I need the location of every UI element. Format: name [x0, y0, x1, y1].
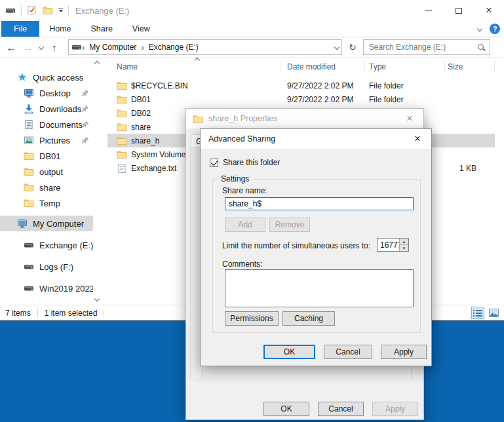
limit-users-spinner[interactable]: 16777 ▲ ▼ — [377, 238, 409, 252]
navigation-pane: Quick accessDesktopDownloadsDocumentsPic… — [0, 58, 105, 305]
permissions-button[interactable]: Permissions — [225, 311, 279, 326]
sidebar-item-label: Pictures — [39, 136, 70, 145]
file-name: Exchange.txt — [131, 164, 176, 173]
sidebar-item-db01[interactable]: DB01 — [0, 148, 93, 164]
qat-customize-dropdown-icon[interactable] — [58, 9, 63, 12]
properties-cancel-button[interactable]: Cancel — [318, 402, 364, 416]
folder-icon — [24, 182, 34, 193]
drive-icon — [5, 5, 16, 16]
maximize-button[interactable] — [444, 0, 474, 21]
column-header-name[interactable]: Name — [107, 60, 281, 73]
recent-locations-dropdown-icon[interactable] — [39, 45, 44, 50]
tab-view[interactable]: View — [123, 21, 160, 37]
drive-icon — [24, 240, 34, 250]
caching-button[interactable]: Caching — [282, 311, 335, 326]
up-button[interactable]: ↑ — [47, 42, 62, 53]
pin-icon — [81, 121, 89, 130]
sidebar-item-my-computer[interactable]: My Computer — [0, 216, 93, 231]
sidebar-item-output[interactable]: output — [0, 164, 93, 180]
folder-icon[interactable] — [43, 5, 53, 16]
address-bar[interactable]: › My Computer › Exchange (E:) — [68, 39, 342, 55]
close-icon[interactable]: × — [396, 109, 423, 128]
add-button[interactable]: Add — [225, 218, 265, 232]
sidebar-item-documents[interactable]: Documents — [0, 117, 93, 132]
column-header-size[interactable]: Size — [445, 60, 495, 73]
comments-textarea[interactable] — [225, 269, 414, 307]
advanced-ok-button[interactable]: OK — [263, 345, 315, 359]
sidebar-scrollbar[interactable] — [93, 59, 102, 303]
sidebar-item-label: My Computer — [33, 219, 84, 229]
drive-icon — [24, 283, 34, 294]
scroll-up-icon[interactable] — [94, 61, 100, 66]
spinner-down-icon[interactable]: ▼ — [400, 245, 408, 251]
sidebar-item-pictures[interactable]: Pictures — [0, 132, 93, 148]
computer-icon — [17, 218, 28, 229]
column-header-type[interactable]: Type — [365, 60, 445, 73]
breadcrumb-my-computer[interactable]: My Computer — [85, 43, 141, 52]
column-header-date-modified[interactable]: Date modified — [281, 60, 365, 73]
picture-icon — [24, 135, 34, 145]
properties-apply-button[interactable]: Apply — [372, 402, 418, 416]
document-icon — [24, 119, 34, 130]
spinner-up-icon[interactable]: ▲ — [400, 239, 408, 245]
close-icon[interactable]: × — [404, 129, 431, 149]
window-controls: × — [414, 0, 504, 21]
sidebar-item-downloads[interactable]: Downloads — [0, 101, 93, 117]
advanced-apply-button[interactable]: Apply — [381, 345, 427, 359]
share-this-folder-checkbox[interactable] — [210, 159, 218, 167]
search-input[interactable] — [368, 42, 477, 52]
close-button[interactable]: × — [474, 0, 504, 21]
drive-icon — [71, 42, 82, 52]
folder-icon — [117, 81, 127, 91]
scroll-down-icon[interactable] — [94, 296, 100, 301]
file-size: 1 KB — [445, 164, 495, 173]
sidebar-item-temp[interactable]: Temp — [0, 195, 93, 211]
details-view-button[interactable] — [471, 307, 484, 319]
large-icons-view-button[interactable] — [487, 307, 500, 319]
breadcrumb-exchange[interactable]: Exchange (E:) — [144, 43, 203, 52]
explorer-titlebar: Exchange (E:) × — [0, 0, 504, 21]
sidebar-item-label: Logs (F:) — [39, 262, 73, 272]
properties-ok-button[interactable]: OK — [263, 402, 309, 416]
file-icon — [117, 163, 127, 174]
minimize-ribbon-icon[interactable] — [477, 26, 482, 31]
minimize-button[interactable] — [414, 0, 444, 21]
properties-check-icon[interactable] — [27, 5, 37, 16]
refresh-icon[interactable]: ↻ — [349, 42, 357, 52]
sidebar-item-quick-access[interactable]: Quick access — [0, 69, 93, 85]
limit-users-value[interactable]: 16777 — [378, 239, 399, 251]
comments-label: Comments: — [222, 259, 262, 269]
column-headers: Name Date modified Type Size — [107, 58, 495, 76]
folder-icon — [24, 198, 34, 208]
file-name: $RECYCLE.BIN — [131, 81, 188, 90]
sidebar-item-win2019-2022-09-[interactable]: Win2019 2022_09_ — [0, 280, 93, 296]
back-button[interactable]: ← — [4, 42, 18, 53]
file-type: File folder — [365, 95, 445, 104]
advanced-cancel-button[interactable]: Cancel — [324, 345, 372, 359]
sidebar-item-label: Temp — [39, 199, 60, 208]
sidebar-item-desktop[interactable]: Desktop — [0, 85, 93, 101]
forward-button[interactable]: → — [21, 42, 35, 53]
sidebar-item-share[interactable]: share — [0, 180, 93, 195]
file-row-db01[interactable]: DB019/27/2022 2:02 PMFile folder — [107, 92, 495, 106]
search-box — [363, 39, 490, 55]
selection-count: 1 item selected — [45, 309, 98, 318]
address-dropdown-icon[interactable] — [334, 45, 339, 50]
sidebar-item-label: Win2019 2022_09_ — [39, 284, 93, 294]
drive-icon — [24, 261, 34, 272]
folder-icon — [117, 122, 127, 132]
sidebar-item-exchange-e-[interactable]: Exchange (E:) — [0, 237, 93, 253]
share-name-input[interactable] — [225, 197, 414, 210]
remove-button[interactable]: Remove — [269, 218, 310, 232]
navigation-bar: ← → ↑ › My Computer › Exchange (E:) ↻ — [0, 37, 504, 58]
tab-file[interactable]: File — [1, 21, 39, 37]
properties-dialog-title: share_h Properties — [208, 114, 278, 123]
search-icon[interactable] — [477, 43, 486, 52]
tab-home[interactable]: Home — [39, 21, 81, 37]
file-row--recycle-bin[interactable]: $RECYCLE.BIN9/27/2022 2:02 PMFile folder — [107, 79, 495, 92]
tab-share[interactable]: Share — [81, 21, 123, 37]
desktop: Exchange (E:) × File Home Share View ? ←… — [0, 0, 504, 422]
help-icon[interactable]: ? — [490, 24, 500, 34]
sidebar-item-logs-f-[interactable]: Logs (F:) — [0, 259, 93, 275]
sidebar-item-label: Documents — [39, 120, 83, 130]
